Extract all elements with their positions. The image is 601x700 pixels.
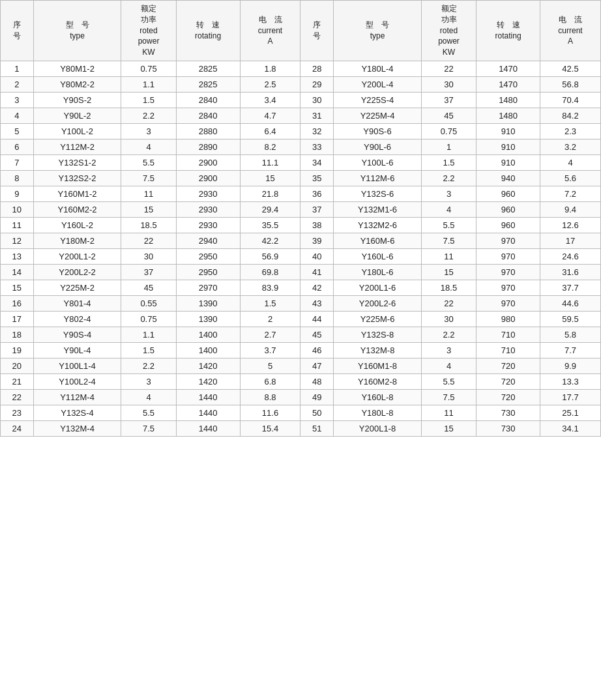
table-row: 18Y90S-41.114002.745Y132S-82.27105.8	[1, 327, 601, 342]
table-cell: 2930	[176, 217, 240, 233]
table-cell: Y132M2-6	[334, 217, 422, 233]
table-cell: 42.2	[240, 233, 300, 248]
table-cell: 4.7	[240, 108, 300, 123]
table-cell: Y112M-2	[33, 139, 121, 154]
table-cell: 44.6	[540, 295, 601, 311]
table-cell: Y100L2-4	[33, 373, 121, 389]
table-cell: 970	[476, 233, 540, 248]
table-cell: 7.7	[540, 342, 601, 358]
table-cell: Y132S-8	[334, 327, 422, 342]
table-cell: Y90S-6	[334, 123, 422, 139]
table-cell: 2950	[176, 248, 240, 264]
table-cell: 15.4	[240, 420, 300, 436]
table-cell: 44	[300, 311, 334, 327]
table-cell: 970	[476, 295, 540, 311]
table-cell: 5	[240, 358, 300, 373]
table-cell: 2825	[176, 76, 240, 92]
table-row: 17Y802-40.751390244Y225M-63098059.5	[1, 311, 601, 327]
table-cell: 45	[300, 327, 334, 342]
table-cell: 0.75	[121, 61, 176, 76]
table-cell: 29.4	[240, 201, 300, 217]
table-cell: 720	[476, 389, 540, 405]
table-cell: 1.8	[240, 61, 300, 76]
table-cell: 720	[476, 373, 540, 389]
table-cell: Y801-4	[33, 295, 121, 311]
table-cell: Y180L-6	[334, 264, 422, 280]
table-cell: 1440	[176, 405, 240, 420]
table-cell: Y160M1-2	[33, 186, 121, 201]
table-cell: 37.7	[540, 280, 601, 295]
table-cell: 6.4	[240, 123, 300, 139]
table-cell: 6	[1, 139, 34, 154]
table-cell: 16	[1, 295, 34, 311]
table-cell: 2	[1, 76, 34, 92]
table-cell: 9	[1, 186, 34, 201]
table-cell: Y225M-6	[334, 311, 422, 327]
table-cell: 45	[121, 280, 176, 295]
table-row: 5Y100L-2328806.432Y90S-60.759102.3	[1, 123, 601, 139]
table-cell: 48	[300, 373, 334, 389]
table-cell: 41	[300, 264, 334, 280]
table-cell: 2825	[176, 61, 240, 76]
table-cell: 2.5	[240, 76, 300, 92]
table-cell: 17	[540, 233, 601, 248]
table-cell: 1400	[176, 342, 240, 358]
table-cell: 7.5	[421, 233, 476, 248]
table-row: 16Y801-40.5513901.543Y200L2-62297044.6	[1, 295, 601, 311]
table-cell: 0.55	[121, 295, 176, 311]
table-cell: 940	[476, 170, 540, 186]
table-row: 21Y100L2-4314206.848Y160M2-85.572013.3	[1, 373, 601, 389]
table-row: 10Y160M2-215293029.437Y132M1-649609.4	[1, 201, 601, 217]
table-cell: 49	[300, 389, 334, 405]
table-cell: 3	[421, 342, 476, 358]
table-cell: 1440	[176, 389, 240, 405]
table-cell: 35	[300, 170, 334, 186]
table-cell: 15	[421, 264, 476, 280]
table-cell: 1420	[176, 358, 240, 373]
table-cell: 2900	[176, 170, 240, 186]
table-cell: 20	[1, 358, 34, 373]
table-cell: 3	[121, 123, 176, 139]
table-cell: Y200L-4	[334, 76, 422, 92]
table-cell: 4	[540, 154, 601, 170]
table-cell: 56.8	[540, 76, 601, 92]
table-cell: 1480	[476, 108, 540, 123]
table-cell: 2.7	[240, 327, 300, 342]
table-cell: 15	[240, 170, 300, 186]
table-cell: 12.6	[540, 217, 601, 233]
table-cell: 9.9	[540, 358, 601, 373]
header-current-left: 电 流currentA	[240, 1, 300, 61]
table-cell: Y200L2-6	[334, 295, 422, 311]
table-cell: 45	[421, 108, 476, 123]
table-cell: 8.2	[240, 139, 300, 154]
table-row: 15Y225M-245297083.942Y200L1-618.597037.7	[1, 280, 601, 295]
table-cell: 46	[300, 342, 334, 358]
table-cell: 4	[121, 139, 176, 154]
table-cell: 5.5	[121, 154, 176, 170]
table-cell: Y80M1-2	[33, 61, 121, 76]
table-cell: 730	[476, 405, 540, 420]
table-cell: 29	[300, 76, 334, 92]
table-cell: 2840	[176, 108, 240, 123]
table-cell: 23	[1, 405, 34, 420]
table-row: 7Y132S1-25.5290011.134Y100L-61.59104	[1, 154, 601, 170]
table-cell: 17	[1, 311, 34, 327]
table-cell: 1390	[176, 295, 240, 311]
table-cell: 1390	[176, 311, 240, 327]
table-cell: Y200L1-8	[334, 420, 422, 436]
table-cell: Y225S-4	[334, 92, 422, 108]
table-cell: 5.6	[540, 170, 601, 186]
table-cell: 8	[1, 170, 34, 186]
header-seq-right: 序号	[300, 1, 334, 61]
table-cell: 710	[476, 342, 540, 358]
table-cell: Y80M2-2	[33, 76, 121, 92]
table-row: 12Y180M-222294042.239Y160M-67.597017	[1, 233, 601, 248]
table-cell: 5.5	[421, 217, 476, 233]
table-cell: 18.5	[421, 280, 476, 295]
table-cell: 720	[476, 358, 540, 373]
table-cell: Y90L-6	[334, 139, 422, 154]
table-cell: Y90L-4	[33, 342, 121, 358]
table-cell: 910	[476, 154, 540, 170]
header-type-right: 型 号type	[334, 1, 422, 61]
table-cell: 2930	[176, 201, 240, 217]
